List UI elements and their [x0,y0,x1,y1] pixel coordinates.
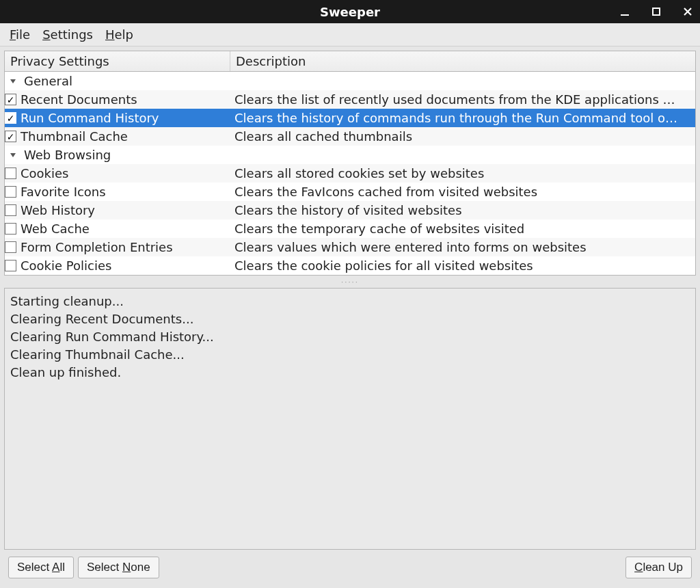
tree-item[interactable]: Favorite IconsClears the FavIcons cached… [5,183,695,201]
item-label: Run Command History [21,111,159,125]
menu-file[interactable]: File [10,27,30,42]
item-label: Thumbnail Cache [21,129,128,144]
item-desc: Clears the history of commands run throu… [230,111,695,125]
tree-item[interactable]: Thumbnail CacheClears all cached thumbna… [5,127,695,146]
item-checkbox[interactable] [5,131,16,142]
item-label: Web Cache [21,222,90,236]
item-checkbox[interactable] [5,168,16,179]
item-label: Form Completion Entries [21,240,173,254]
tree-item[interactable]: Recent DocumentsClears the list of recen… [5,90,695,109]
select-all-button[interactable]: Select All [8,557,74,578]
expand-icon[interactable] [5,152,21,159]
tree-item[interactable]: Run Command HistoryClears the history of… [5,109,695,127]
maximize-button[interactable] [649,5,663,18]
item-desc: Clears all stored cookies set by website… [230,166,695,181]
item-label: Web History [21,203,95,217]
tree-header: Privacy Settings Description [5,51,695,72]
item-checkbox[interactable] [5,94,16,105]
tree-group[interactable]: General [5,72,695,90]
item-desc: Clears all cached thumbnails [230,129,695,144]
log-line: Clean up finished. [10,364,690,382]
column-description[interactable]: Description [230,51,695,71]
item-desc: Clears the list of recently used documen… [230,92,695,107]
item-desc: Clears the FavIcons cached from visited … [230,185,695,199]
group-label: General [21,74,72,88]
tree-item[interactable]: Cookie PoliciesClears the cookie policie… [5,256,695,275]
item-checkbox[interactable] [5,186,16,198]
item-label: Favorite Icons [21,185,106,199]
minimize-button[interactable] [618,5,632,18]
content-area: Privacy Settings Description GeneralRece… [0,46,700,588]
menubar: File Settings Help [0,23,700,46]
tree-item[interactable]: Web HistoryClears the history of visited… [5,201,695,219]
item-label: Recent Documents [21,92,137,107]
menu-settings[interactable]: Settings [42,27,93,42]
item-checkbox[interactable] [5,260,16,271]
item-checkbox[interactable] [5,241,16,253]
svg-marker-4 [10,79,16,83]
tree-item[interactable]: CookiesClears all stored cookies set by … [5,164,695,183]
window-title: Sweeper [320,5,380,19]
item-checkbox[interactable] [5,112,16,124]
log-line: Clearing Run Command History... [10,328,690,346]
expand-icon[interactable] [5,78,21,85]
item-label: Cookies [21,166,68,181]
item-checkbox[interactable] [5,223,16,235]
clean-up-button[interactable]: Clean Up [625,557,692,578]
svg-rect-0 [621,14,629,16]
svg-rect-1 [653,8,660,15]
tree-item[interactable]: Form Completion EntriesClears values whi… [5,238,695,256]
log-line: Starting cleanup... [10,293,690,310]
splitter-handle[interactable]: ····· [4,280,696,284]
item-checkbox[interactable] [5,204,16,216]
titlebar: Sweeper [0,0,700,23]
item-desc: Clears the cookie policies for all visit… [230,258,695,273]
tree-body: GeneralRecent DocumentsClears the list o… [5,72,695,275]
select-none-button[interactable]: Select None [78,557,159,578]
privacy-tree[interactable]: Privacy Settings Description GeneralRece… [4,51,696,276]
item-label: Cookie Policies [21,258,111,273]
item-desc: Clears values which were entered into fo… [230,240,695,254]
log-line: Clearing Thumbnail Cache... [10,346,690,364]
item-desc: Clears the temporary cache of websites v… [230,222,695,236]
log-output: Starting cleanup...Clearing Recent Docum… [4,288,696,550]
svg-marker-5 [10,153,16,157]
group-label: Web Browsing [21,148,111,162]
close-button[interactable] [681,5,695,18]
log-line: Clearing Recent Documents... [10,310,690,328]
item-desc: Clears the history of visited websites [230,203,695,217]
window-controls [618,0,695,23]
tree-group[interactable]: Web Browsing [5,146,695,164]
column-privacy-settings[interactable]: Privacy Settings [5,51,230,71]
button-bar: Select All Select None Clean Up [4,554,696,584]
tree-item[interactable]: Web CacheClears the temporary cache of w… [5,219,695,238]
menu-help[interactable]: Help [105,27,133,42]
